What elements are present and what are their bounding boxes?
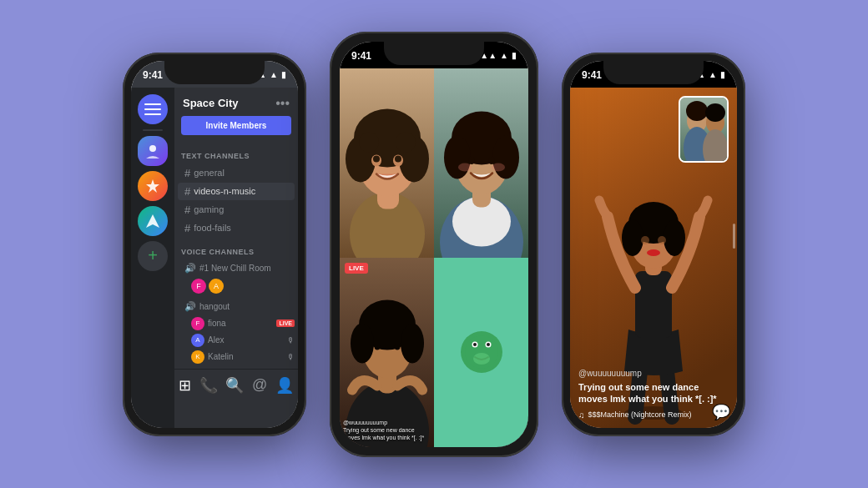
sidebar-item-server2[interactable] (138, 171, 168, 201)
phones-container: 9:41 ▲ ▲ ▮ (123, 32, 745, 457)
svg-point-3 (149, 145, 156, 152)
svg-point-36 (401, 323, 424, 363)
channel-header: Space City ••• (174, 88, 298, 116)
svg-rect-49 (635, 271, 672, 338)
channel-general[interactable]: # general (178, 164, 295, 182)
svg-point-35 (351, 323, 374, 363)
svg-point-13 (396, 132, 416, 152)
chill-room-members: F A (174, 277, 298, 295)
mute-icon: 🎙 (287, 336, 295, 345)
more-icon[interactable]: ••• (275, 96, 290, 111)
sidebar-item-server1[interactable] (138, 136, 168, 166)
live-badge: LIVE (276, 319, 295, 327)
voice-hangout[interactable]: 🔊 hangout (178, 299, 295, 314)
battery-icon-3: ▮ (720, 70, 725, 79)
voice-channels-section: VOICE CHANNELS (174, 238, 298, 259)
video-grid: LIVE (340, 68, 528, 447)
phone-discord-screen: 9:41 ▲ ▲ ▮ (131, 61, 298, 428)
live-badge-video: LIVE (345, 263, 368, 274)
discord-bottom-nav: ⊞ 📞 🔍 @ 👤 (174, 369, 298, 401)
bottom-search-icon[interactable]: 🔍 (225, 376, 244, 395)
channel-videos-label: videos-n-music (194, 186, 255, 196)
bottom-phone-icon[interactable]: 📞 (199, 376, 218, 395)
member-katelin-name: Katelin (208, 352, 234, 361)
video-person-2 (434, 68, 528, 258)
sidebar-item-home[interactable] (138, 94, 168, 124)
svg-point-54 (664, 219, 685, 256)
member-katelin: K Katelin 🎙 (188, 349, 298, 365)
svg-marker-4 (146, 179, 159, 193)
tiktok-music-title: $$$Machine (Nightcore Remix) (588, 410, 692, 419)
member-alex-name: Alex (208, 335, 224, 345)
server-divider (143, 129, 163, 131)
member-alex: A Alex 🎙 (188, 332, 298, 349)
wifi-icon-3: ▲ (709, 70, 717, 79)
channel-gaming-label: gaming (194, 204, 224, 214)
voice-hangout-label: hangout (199, 302, 230, 311)
svg-point-16 (373, 155, 380, 162)
phone-tiktok-screen: 9:41 ▲▲ ▲ ▮ (570, 61, 737, 428)
channel-general-label: general (194, 168, 225, 178)
voice-channel-hangout: 🔊 hangout F fiona LIVE A Alex (174, 299, 298, 365)
tiktok-music: ♫ $$$Machine (Nightcore Remix) (578, 410, 729, 420)
svg-point-44 (473, 343, 477, 346)
hangout-members: F fiona LIVE A Alex 🎙 K Kat (174, 315, 298, 365)
svg-point-24 (444, 135, 471, 179)
hash-icon-4: # (184, 222, 190, 234)
mute-icon-2: 🎙 (287, 353, 295, 361)
svg-point-26 (468, 157, 475, 164)
svg-rect-0 (144, 103, 161, 105)
notch-1 (164, 61, 265, 84)
channel-gaming[interactable]: # gaming (178, 201, 295, 219)
phone-video: 9:41 ▲▲ ▲ ▮ (330, 32, 538, 457)
video-cell-4 (434, 258, 528, 447)
bottom-people-icon[interactable]: 👤 (275, 376, 294, 395)
svg-point-60 (686, 101, 708, 121)
voice-channel-1: 🔊 #1 New Chill Room F A (174, 260, 298, 295)
caption-username-small: @wuuuuuuuump (343, 420, 387, 425)
bottom-discord-icon[interactable]: ⊞ (179, 376, 191, 395)
svg-point-55 (641, 236, 649, 244)
hash-icon-2: # (184, 185, 190, 198)
channel-food-fails[interactable]: # food-fails (178, 219, 295, 237)
battery-icon-2: ▮ (512, 51, 517, 60)
svg-point-27 (488, 157, 495, 164)
speaker-icon-2: 🔊 (184, 301, 196, 312)
svg-rect-2 (144, 113, 161, 115)
phone-discord: 9:41 ▲ ▲ ▮ (123, 53, 306, 436)
wifi-icon-2: ▲ (500, 51, 508, 60)
status-icons-2: ▲▲ ▲ ▮ (480, 51, 517, 60)
svg-point-28 (458, 163, 472, 171)
video-caption-3: @wuuuuuuuump Trying out some new dance m… (343, 419, 431, 441)
speaker-icon: 🔊 (184, 263, 196, 274)
svg-point-56 (658, 236, 666, 244)
tiktok-caption: Trying out some new dance moves lmk what… (578, 381, 729, 405)
svg-point-12 (359, 132, 379, 152)
invite-members-button[interactable]: Invite Members (181, 116, 291, 135)
voice-chill-room-label: #1 New Chill Room (199, 264, 271, 273)
phone-tiktok: 9:41 ▲▲ ▲ ▮ (562, 53, 745, 436)
hash-icon: # (184, 167, 190, 179)
svg-point-45 (487, 343, 490, 346)
sidebar-item-server3[interactable] (138, 206, 168, 236)
voice-chill-room[interactable]: 🔊 #1 New Chill Room (178, 260, 295, 276)
video-cell-3: LIVE (340, 258, 434, 447)
member-fiona-name: fiona (208, 319, 226, 328)
bottom-at-icon[interactable]: @ (252, 376, 267, 394)
pip-video (679, 96, 729, 163)
channel-videos-n-music[interactable]: # videos-n-music (178, 183, 295, 200)
text-channels-section: TEXT CHANNELS (174, 142, 298, 164)
svg-point-38 (395, 343, 401, 350)
phone-video-screen: 9:41 ▲▲ ▲ ▮ (340, 42, 528, 447)
channel-food-fails-label: food-fails (194, 223, 231, 233)
wifi-icon: ▲ (270, 70, 278, 79)
notch-3 (603, 61, 704, 84)
frog-avatar (461, 331, 502, 373)
music-note-icon: ♫ (578, 410, 585, 420)
add-server-button[interactable]: + (138, 241, 168, 271)
notch-2 (384, 42, 484, 65)
hash-icon-3: # (184, 204, 190, 216)
chat-icon[interactable]: 💬 (712, 403, 730, 421)
scrollbar (733, 224, 735, 249)
server-sidebar: + (131, 88, 174, 428)
